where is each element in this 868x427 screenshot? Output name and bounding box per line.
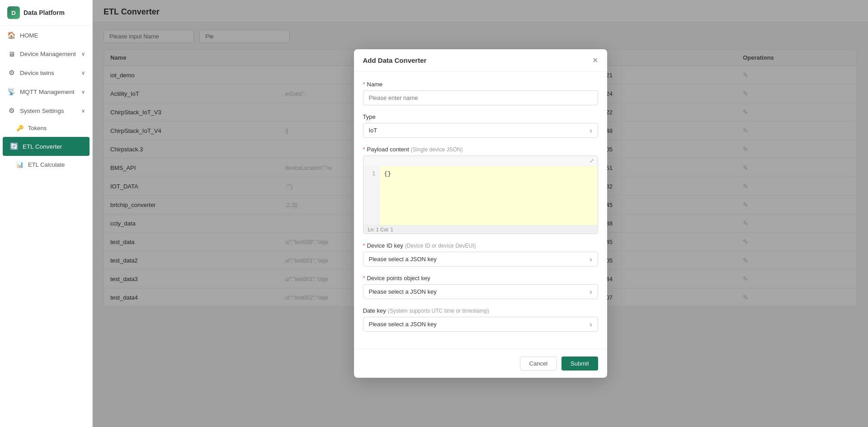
name-input[interactable] bbox=[363, 90, 598, 105]
modal-overlay[interactable]: Add Data Converter ✕ * Name Type bbox=[93, 0, 868, 427]
date-key-label: Date key (System supports UTC time or ti… bbox=[363, 307, 598, 314]
device-points-key-select-wrapper: Please select a JSON key ∨ bbox=[363, 284, 598, 299]
device-id-key-label: * Device ID key (Device ID or device Dev… bbox=[363, 242, 598, 249]
code-editor-toolbar: ⤢ bbox=[363, 156, 598, 166]
sidebar-item-mqtt-label: MQTT Management bbox=[20, 89, 75, 95]
device-twins-icon: ⚙ bbox=[7, 69, 15, 77]
modal-footer: Cancel Submit bbox=[354, 349, 607, 378]
sidebar-item-tokens-label: Tokens bbox=[28, 125, 47, 131]
sidebar-item-etl-converter[interactable]: 🔄 ETL Converter bbox=[3, 137, 90, 156]
main-content-area: ETL Converter Name Status Creation Time … bbox=[93, 0, 868, 427]
sidebar-item-tokens[interactable]: 🔑 Tokens bbox=[0, 120, 92, 136]
type-select[interactable]: IoT HTTP MQTT bbox=[363, 123, 598, 138]
sidebar-item-home-label: HOME bbox=[20, 32, 38, 39]
date-key-group: Date key (System supports UTC time or ti… bbox=[363, 307, 598, 332]
sidebar-item-system-settings-label: System Settings bbox=[20, 108, 64, 114]
code-status-bar: Ln: 1 Col: 1 bbox=[363, 225, 598, 234]
sidebar-item-device-management-label: Device Management bbox=[20, 51, 76, 57]
type-select-wrapper: IoT HTTP MQTT ∨ bbox=[363, 123, 598, 138]
device-points-key-group: * Device points object key Please select… bbox=[363, 275, 598, 299]
modal-header: Add Data Converter ✕ bbox=[354, 49, 607, 72]
chevron-down-icon-mqtt: ∨ bbox=[81, 89, 85, 95]
line-number: 1 bbox=[363, 166, 380, 225]
type-label: Type bbox=[363, 113, 598, 120]
payload-required-mark: * bbox=[363, 146, 365, 153]
cancel-button[interactable]: Cancel bbox=[520, 357, 557, 371]
code-content[interactable]: {} bbox=[380, 166, 598, 225]
type-field-group: Type IoT HTTP MQTT ∨ bbox=[363, 113, 598, 138]
device-points-key-label: * Device points object key bbox=[363, 275, 598, 282]
code-expand-icon[interactable]: ⤢ bbox=[590, 158, 594, 164]
sidebar-item-system-settings[interactable]: ⚙ System Settings ∨ bbox=[0, 101, 92, 120]
sidebar-item-device-management[interactable]: 🖥 Device Management ∨ bbox=[0, 45, 92, 63]
device-id-key-select[interactable]: Please select a JSON key bbox=[363, 252, 598, 267]
code-lines: 1 {} bbox=[363, 166, 598, 225]
payload-label: * Payload content (Single device JSON) bbox=[363, 146, 598, 153]
tokens-icon: 🔑 bbox=[16, 125, 24, 131]
modal-body: * Name Type IoT HTTP MQTT bbox=[354, 72, 607, 349]
sidebar-item-mqtt[interactable]: 📡 MQTT Management ∨ bbox=[0, 82, 92, 101]
date-key-select[interactable]: Please select a JSON key bbox=[363, 317, 598, 332]
etl-calculate-icon: 📊 bbox=[16, 161, 24, 168]
name-field-group: * Name bbox=[363, 81, 598, 105]
device-points-key-select[interactable]: Please select a JSON key bbox=[363, 284, 598, 299]
sidebar-item-device-twins-label: Device twins bbox=[20, 70, 54, 76]
modal-title: Add Data Converter bbox=[363, 56, 427, 64]
payload-code-editor: ⤢ 1 {} Ln: 1 Col: 1 bbox=[363, 155, 598, 234]
chevron-down-icon: ∨ bbox=[81, 51, 85, 57]
sidebar-item-home[interactable]: 🏠 HOME bbox=[0, 26, 92, 45]
device-id-key-select-wrapper: Please select a JSON key ∨ bbox=[363, 252, 598, 267]
name-required-mark: * bbox=[363, 81, 365, 88]
device-id-required-mark: * bbox=[363, 242, 365, 249]
submit-button[interactable]: Submit bbox=[561, 357, 598, 371]
chevron-down-icon-settings: ∨ bbox=[81, 108, 85, 114]
home-icon: 🏠 bbox=[7, 31, 15, 39]
sidebar-item-etl-calculate[interactable]: 📊 ETL Calculate bbox=[0, 157, 92, 173]
payload-field-group: * Payload content (Single device JSON) ⤢… bbox=[363, 146, 598, 234]
chevron-down-icon-twins: ∨ bbox=[81, 70, 85, 76]
device-points-required-mark: * bbox=[363, 275, 365, 282]
date-key-select-wrapper: Please select a JSON key ∨ bbox=[363, 317, 598, 332]
close-button[interactable]: ✕ bbox=[592, 57, 598, 64]
system-settings-icon: ⚙ bbox=[7, 107, 15, 115]
name-label: * Name bbox=[363, 81, 598, 88]
device-management-icon: 🖥 bbox=[7, 50, 15, 58]
add-data-converter-modal: Add Data Converter ✕ * Name Type bbox=[354, 49, 607, 378]
sidebar-item-etl-calculate-label: ETL Calculate bbox=[28, 161, 65, 168]
logo-icon: D bbox=[7, 6, 20, 19]
device-id-key-group: * Device ID key (Device ID or device Dev… bbox=[363, 242, 598, 267]
sidebar-item-etl-converter-label: ETL Converter bbox=[23, 143, 62, 150]
mqtt-icon: 📡 bbox=[7, 88, 15, 96]
etl-converter-icon: 🔄 bbox=[10, 142, 18, 150]
sidebar: D Data Platform 🏠 HOME 🖥 Device Manageme… bbox=[0, 0, 93, 427]
logo-text: Data Platform bbox=[24, 9, 65, 16]
sidebar-item-device-twins[interactable]: ⚙ Device twins ∨ bbox=[0, 63, 92, 82]
sidebar-logo: D Data Platform bbox=[0, 0, 92, 26]
